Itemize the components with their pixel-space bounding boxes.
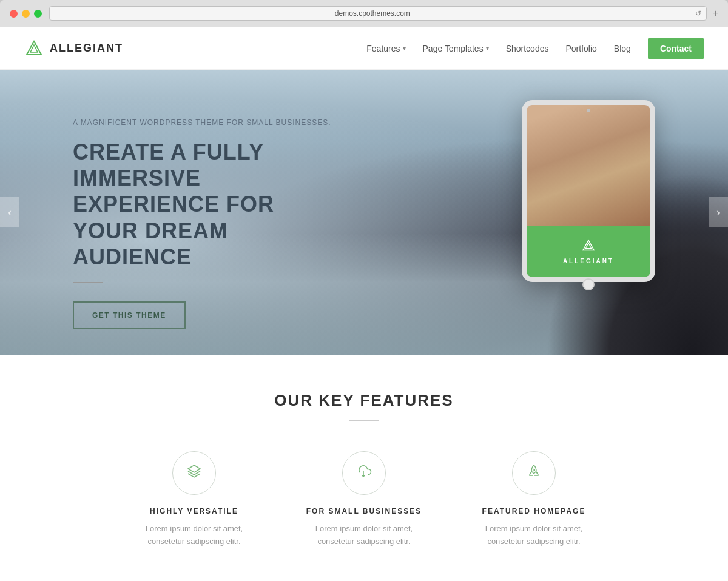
chevron-down-icon: ▾	[486, 45, 489, 52]
site-logo[interactable]: ALLEGIANT	[24, 39, 123, 58]
tablet-logo-icon	[581, 238, 596, 255]
browser-url: demos.cpothemes.com	[335, 9, 410, 18]
hero-content: A MAGNIFICENT WORDPRESS THEME FOR SMALL …	[0, 70, 334, 329]
dot-minimize[interactable]	[22, 10, 30, 18]
feature-item-versatile: HIGHLY VERSATILE Lorem ipsum dolor sit a…	[127, 451, 261, 548]
nav-item-blog[interactable]: Blog	[614, 44, 631, 53]
browser-add-tab[interactable]: +	[713, 8, 718, 19]
nav-link-blog[interactable]: Blog	[614, 44, 631, 53]
features-section: OUR KEY FEATURES HIGHLY VERSATILE	[0, 355, 728, 581]
hero-prev-arrow[interactable]: ‹	[0, 197, 19, 227]
browser-addressbar[interactable]: demos.cpothemes.com ↺	[49, 6, 707, 21]
layers-icon	[187, 464, 201, 482]
logo-icon	[24, 39, 44, 58]
svg-point-5	[533, 469, 535, 471]
feature-icon-wrap-versatile	[172, 451, 216, 495]
feature-item-businesses: FOR SMALL BUSINESSES Lorem ipsum dolor s…	[297, 451, 431, 548]
feature-item-homepage: FEATURED HOMEPAGE Lorem ipsum dolor sit …	[467, 451, 601, 548]
features-divider	[349, 420, 379, 421]
nav-link-shortcodes[interactable]: Shortcodes	[506, 44, 549, 53]
feature-desc-homepage: Lorem ipsum dolor sit amet, consetetur s…	[467, 523, 601, 548]
nav-link-portfolio[interactable]: Portfolio	[565, 44, 596, 53]
browser-reload-icon[interactable]: ↺	[695, 9, 701, 18]
feature-icon-wrap-homepage	[512, 451, 556, 495]
browser-titlebar: demos.cpothemes.com ↺ +	[0, 0, 728, 27]
tablet-person-image	[527, 105, 650, 226]
nav-item-page-templates[interactable]: Page Templates ▾	[423, 44, 489, 53]
feature-label-businesses: FOR SMALL BUSINESSES	[297, 507, 431, 516]
browser-dots	[10, 10, 42, 18]
feature-icon-wrap-businesses	[342, 451, 386, 495]
tablet-brand-bar: ALLEGIANT	[527, 226, 650, 277]
dot-maximize[interactable]	[34, 10, 42, 18]
browser-window: demos.cpothemes.com ↺ + ALLEGIANT Featur…	[0, 0, 728, 581]
nav-item-shortcodes[interactable]: Shortcodes	[506, 44, 549, 53]
contact-button[interactable]: Contact	[648, 38, 704, 59]
nav-link-features[interactable]: Features ▾	[366, 44, 405, 53]
nav-item-portfolio[interactable]: Portfolio	[565, 44, 596, 53]
cloud-icon	[356, 464, 372, 482]
nav-links: Features ▾ Page Templates ▾ Shortcodes	[366, 38, 704, 59]
hero-next-arrow[interactable]: ›	[709, 197, 728, 227]
hero-title: CREATE A FULLY IMMERSIVE EXPERIENCE FOR …	[73, 139, 334, 270]
tablet-screen: ALLEGIANT	[527, 105, 650, 277]
site-nav: ALLEGIANT Features ▾ Page Templates ▾	[0, 27, 728, 70]
tablet-home-button	[582, 278, 595, 290]
chevron-down-icon: ▾	[403, 45, 406, 52]
logo-text: ALLEGIANT	[50, 42, 123, 55]
feature-label-homepage: FEATURED HOMEPAGE	[467, 507, 601, 516]
hero-divider	[73, 282, 103, 283]
feature-label-versatile: HIGHLY VERSATILE	[127, 507, 261, 516]
nav-item-contact[interactable]: Contact	[648, 38, 704, 59]
browser-chrome: demos.cpothemes.com ↺ +	[0, 0, 728, 27]
dot-close[interactable]	[10, 10, 18, 18]
hero-cta-button[interactable]: GET THIS THEME	[73, 301, 186, 329]
website-content: ALLEGIANT Features ▾ Page Templates ▾	[0, 27, 728, 581]
nav-item-features[interactable]: Features ▾	[366, 44, 405, 53]
hero-tablet-mockup: ALLEGIANT	[522, 100, 655, 282]
tablet-brand-text: ALLEGIANT	[563, 258, 614, 264]
hero-section: A MAGNIFICENT WORDPRESS THEME FOR SMALL …	[0, 70, 728, 355]
feature-desc-versatile: Lorem ipsum dolor sit amet, consetetur s…	[127, 523, 261, 548]
tablet-frame: ALLEGIANT	[522, 100, 655, 282]
features-title: OUR KEY FEATURES	[24, 391, 704, 410]
feature-desc-businesses: Lorem ipsum dolor sit amet, consetetur s…	[297, 523, 431, 548]
hero-subtitle: A MAGNIFICENT WORDPRESS THEME FOR SMALL …	[73, 118, 334, 127]
rocket-icon	[527, 464, 541, 482]
features-grid: HIGHLY VERSATILE Lorem ipsum dolor sit a…	[24, 451, 704, 548]
svg-marker-4	[188, 465, 200, 472]
nav-link-page-templates[interactable]: Page Templates ▾	[423, 44, 489, 53]
tablet-camera	[587, 109, 590, 112]
